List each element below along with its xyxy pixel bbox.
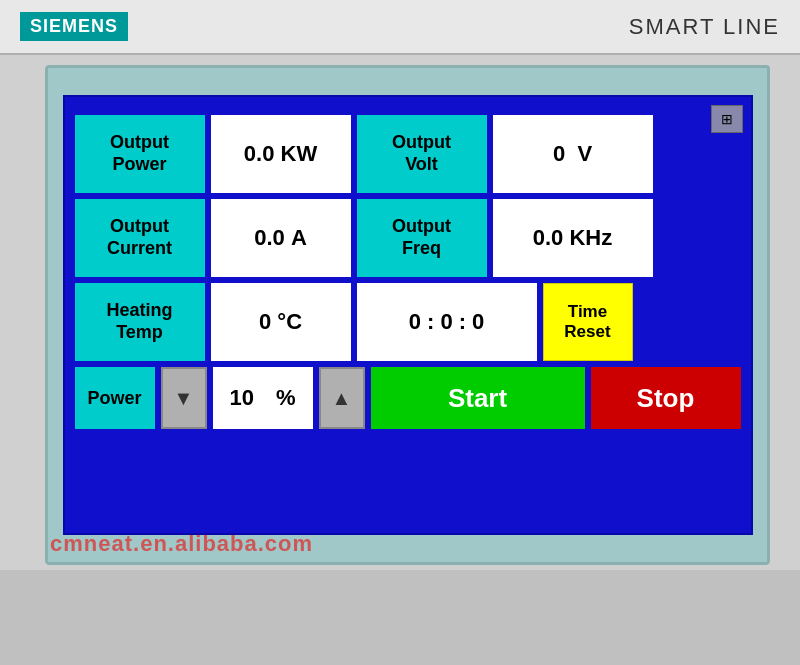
top-bar: SIEMENS SMART LINE — [0, 0, 800, 55]
stop-button[interactable]: Stop — [591, 367, 741, 429]
power-up-button[interactable]: ▲ — [319, 367, 365, 429]
row-output-current: OutputCurrent 0.0 A OutputFreq 0.0 KHz — [75, 199, 741, 277]
value-output-current: 0.0 A — [211, 199, 351, 277]
value-output-power: 0.0 KW — [211, 115, 351, 193]
row-output-power: OutputPower 0.0 KW OutputVolt 0 V — [75, 115, 741, 193]
value-heating-temp: 0 °C — [211, 283, 351, 361]
timer-h: 0 — [409, 309, 421, 335]
timer-display: 0 : 0 : 0 — [357, 283, 537, 361]
label-output-freq: OutputFreq — [357, 199, 487, 277]
screen-icon: ⊞ — [711, 105, 743, 133]
smart-line-label: SMART LINE — [629, 14, 780, 40]
power-label: Power — [75, 367, 155, 429]
label-output-current: OutputCurrent — [75, 199, 205, 277]
label-output-power: OutputPower — [75, 115, 205, 193]
row-heating-temp: HeatingTemp 0 °C 0 : 0 : 0 TimeReset — [75, 283, 741, 361]
timer-s: 0 — [472, 309, 484, 335]
time-reset-button[interactable]: TimeReset — [543, 283, 633, 361]
label-heating-temp: HeatingTemp — [75, 283, 205, 361]
power-down-button[interactable]: ▼ — [161, 367, 207, 429]
value-output-volt: 0 V — [493, 115, 653, 193]
grid: OutputPower 0.0 KW OutputVolt 0 V Output… — [75, 115, 741, 361]
timer-sep2: : — [459, 309, 466, 335]
siemens-logo: SIEMENS — [20, 12, 128, 41]
start-button[interactable]: Start — [371, 367, 585, 429]
value-output-freq: 0.0 KHz — [493, 199, 653, 277]
label-output-volt: OutputVolt — [357, 115, 487, 193]
timer-m: 0 — [440, 309, 452, 335]
bottom-row: Power ▼ 10 % ▲ Start Stop — [75, 367, 741, 429]
panel-wrapper: TOUCH ⊞ OutputPower 0.0 KW OutputVolt 0 … — [45, 65, 770, 565]
power-value-display: 10 % — [213, 367, 313, 429]
bottom-area — [0, 570, 800, 665]
timer-sep1: : — [427, 309, 434, 335]
hmi-screen: ⊞ OutputPower 0.0 KW OutputVolt 0 V Outp… — [63, 95, 753, 535]
